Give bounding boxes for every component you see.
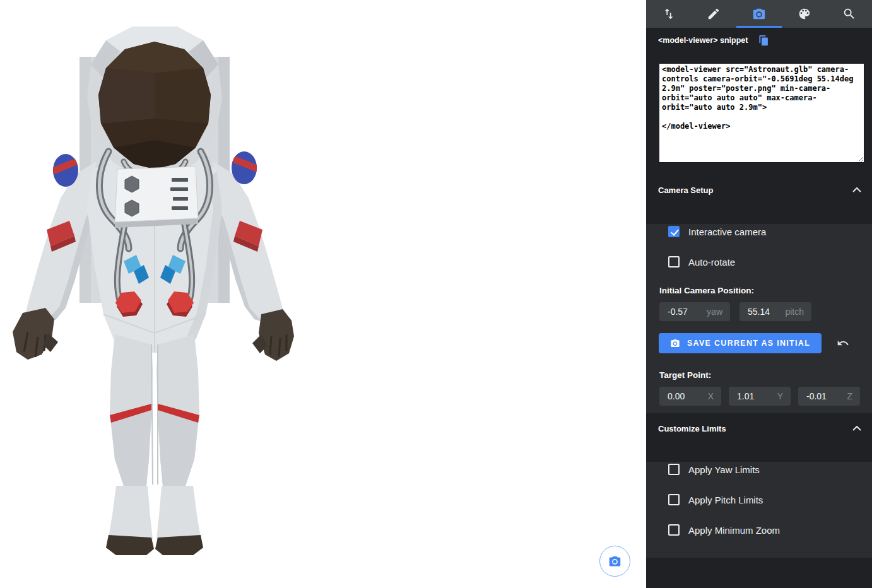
astronaut-chest-panel <box>115 167 198 228</box>
target-y-suffix: Y <box>777 391 783 401</box>
save-button-label: SAVE CURRENT AS INITIAL <box>687 339 810 348</box>
target-z-input[interactable] <box>806 391 839 401</box>
chevron-up-icon[interactable] <box>852 187 861 192</box>
apply-pitch-limits-row[interactable]: Apply Pitch Limits <box>668 492 872 507</box>
auto-rotate-row[interactable]: Auto-rotate <box>668 254 872 269</box>
pitch-input[interactable] <box>748 307 781 317</box>
section-header-customize-limits[interactable]: Customize Limits <box>646 413 872 441</box>
snippet-label: <model-viewer> snippet <box>658 36 748 45</box>
section-header-camera-setup[interactable]: Camera Setup <box>646 163 872 203</box>
chevron-up-icon[interactable] <box>852 426 861 431</box>
camera-icon <box>670 338 680 348</box>
target-x-suffix: X <box>708 391 714 401</box>
copy-icon[interactable] <box>758 35 769 47</box>
apply-yaw-limits-checkbox[interactable] <box>668 464 680 475</box>
target-x-input[interactable] <box>668 391 700 401</box>
save-current-as-initial-button[interactable]: SAVE CURRENT AS INITIAL <box>659 333 822 353</box>
customize-limits-title: Customize Limits <box>658 424 726 433</box>
apply-yaw-limits-row[interactable]: Apply Yaw Limits <box>668 462 872 477</box>
tab-import-export[interactable] <box>646 0 692 28</box>
camera-setup-section: Interactive camera Auto-rotate Initial C… <box>646 224 872 413</box>
snippet-code-textarea[interactable]: <model-viewer src="Astronaut.glb" camera… <box>659 63 864 163</box>
target-x-field[interactable]: X <box>659 387 721 406</box>
yaw-input[interactable] <box>668 307 700 317</box>
camera-icon <box>752 7 766 21</box>
tab-camera[interactable] <box>736 0 782 28</box>
auto-rotate-checkbox[interactable] <box>668 256 680 268</box>
customize-limits-section: Apply Yaw Limits Apply Pitch Limits Appl… <box>646 462 872 558</box>
interactive-camera-row[interactable]: Interactive camera <box>668 224 872 239</box>
yaw-suffix: yaw <box>707 307 722 317</box>
target-y-field[interactable]: Y <box>729 387 791 406</box>
apply-pitch-limits-checkbox[interactable] <box>668 494 680 505</box>
target-y-input[interactable] <box>737 391 770 401</box>
undo-icon <box>837 337 849 350</box>
astronaut-model[interactable] <box>0 18 323 567</box>
astronaut-legs <box>110 334 199 486</box>
apply-minimum-zoom-label: Apply Minimum Zoom <box>688 525 780 536</box>
interactive-camera-label: Interactive camera <box>688 226 766 237</box>
pitch-field[interactable]: pitch <box>739 302 811 321</box>
import-export-icon <box>662 7 676 21</box>
edit-pencil-icon <box>707 7 721 21</box>
tab-edit[interactable] <box>692 0 737 28</box>
camera-setup-title: Camera Setup <box>658 185 713 195</box>
yaw-field[interactable]: yaw <box>659 302 730 321</box>
target-point-fields: X Y Z <box>659 387 872 406</box>
apply-yaw-limits-label: Apply Yaw Limits <box>688 464 760 475</box>
initial-camera-position-fields: yaw pitch <box>659 302 872 321</box>
target-z-field[interactable]: Z <box>798 387 860 406</box>
search-icon <box>842 7 856 21</box>
tab-inspector[interactable] <box>827 0 872 28</box>
save-row: SAVE CURRENT AS INITIAL <box>659 333 872 353</box>
apply-minimum-zoom-checkbox[interactable] <box>668 524 680 536</box>
auto-rotate-label: Auto-rotate <box>688 257 735 268</box>
target-z-suffix: Z <box>847 391 852 401</box>
apply-minimum-zoom-row[interactable]: Apply Minimum Zoom <box>668 522 872 538</box>
tab-materials[interactable] <box>782 0 827 28</box>
screenshot-fab-button[interactable] <box>599 546 630 577</box>
initial-camera-position-label: Initial Camera Position: <box>659 286 872 295</box>
snippet-header: <model-viewer> snippet <box>646 28 872 63</box>
target-point-label: Target Point: <box>659 370 872 380</box>
interactive-camera-checkbox[interactable] <box>668 226 680 237</box>
undo-button[interactable] <box>837 337 849 350</box>
editor-panel: <model-viewer> snippet <model-viewer src… <box>646 0 872 588</box>
pitch-suffix: pitch <box>785 307 804 317</box>
palette-icon <box>798 7 811 21</box>
astronaut-boots <box>106 486 203 555</box>
camera-icon <box>608 555 622 568</box>
model-viewer-canvas[interactable] <box>0 0 646 588</box>
app: <model-viewer> snippet <model-viewer src… <box>0 0 872 588</box>
editor-toolbar <box>646 0 872 28</box>
apply-pitch-limits-label: Apply Pitch Limits <box>688 495 763 505</box>
